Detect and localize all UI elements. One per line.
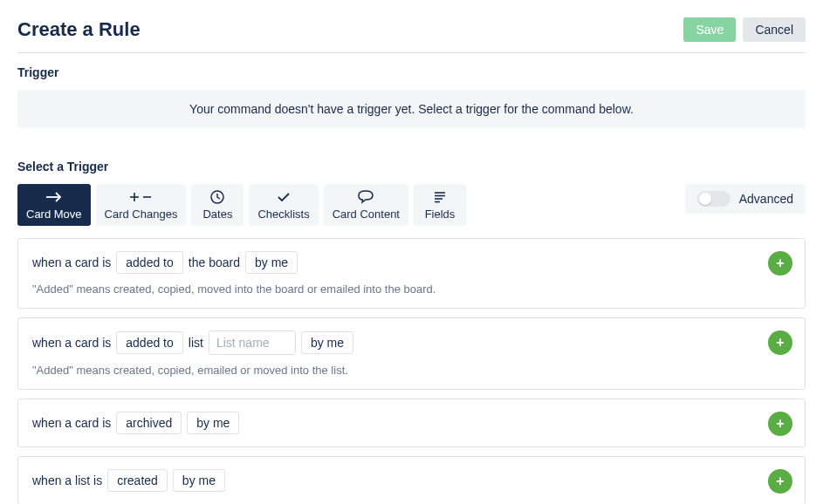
tab-card-content[interactable]: Card Content (324, 184, 408, 226)
trigger-option: when a card is archived by me + (17, 398, 806, 447)
save-button[interactable]: Save (683, 17, 736, 42)
trigger-tabs: Card Move Card Changes Dates Checklists … (17, 184, 466, 226)
plus-icon: + (776, 473, 784, 489)
trigger-hint: "Added" means created, copied, moved int… (32, 283, 791, 296)
speech-bubble-icon (358, 189, 374, 205)
chip-by-me[interactable]: by me (245, 251, 298, 274)
advanced-toggle-box: Advanced (685, 184, 806, 214)
trigger-text: when a card is (32, 336, 111, 350)
trigger-label: Trigger (17, 65, 806, 79)
check-icon (277, 189, 291, 205)
trigger-option: when a card is added to list by me "Adde… (17, 317, 806, 390)
chip-archived[interactable]: archived (116, 412, 182, 434)
chip-created[interactable]: created (107, 469, 168, 492)
chip-by-me[interactable]: by me (187, 412, 239, 434)
plus-minus-icon (128, 189, 153, 205)
tab-label: Card Changes (105, 208, 178, 221)
tab-label: Dates (202, 208, 232, 221)
trigger-hint: "Added" means created, copied, emailed o… (32, 364, 791, 377)
add-trigger-button[interactable]: + (768, 330, 792, 355)
add-trigger-button[interactable]: + (768, 251, 792, 276)
tab-card-changes[interactable]: Card Changes (96, 184, 187, 226)
tab-label: Checklists (257, 208, 309, 221)
add-trigger-button[interactable]: + (768, 412, 792, 436)
list-name-input[interactable] (209, 330, 296, 355)
trigger-text: list (189, 336, 203, 350)
plus-icon: + (776, 416, 784, 432)
tab-label: Fields (425, 208, 456, 221)
trigger-option: when a card is added to the board by me … (17, 238, 806, 309)
tab-dates[interactable]: Dates (191, 184, 243, 226)
tab-card-move[interactable]: Card Move (17, 184, 91, 226)
select-trigger-label: Select a Trigger (17, 160, 806, 174)
chip-added-to[interactable]: added to (116, 331, 183, 354)
trigger-text: when a list is (32, 473, 102, 487)
plus-icon: + (776, 335, 784, 351)
trigger-text: when a card is (32, 255, 111, 269)
advanced-label: Advanced (739, 192, 793, 206)
chip-by-me[interactable]: by me (173, 469, 225, 492)
tab-label: Card Content (333, 208, 400, 221)
advanced-toggle[interactable] (697, 191, 730, 207)
clock-icon (210, 189, 224, 205)
chip-added-to[interactable]: added to (116, 251, 183, 274)
page-title: Create a Rule (17, 18, 141, 41)
lines-icon (433, 189, 447, 205)
trigger-option: when a list is created by me + (17, 456, 806, 504)
toggle-knob (699, 193, 711, 205)
trigger-empty-message: Your command doesn't have a trigger yet.… (17, 90, 806, 128)
chip-by-me[interactable]: by me (301, 331, 353, 354)
plus-icon: + (776, 255, 784, 271)
cancel-button[interactable]: Cancel (743, 17, 806, 42)
trigger-text: the board (189, 255, 240, 269)
trigger-text: when a card is (32, 416, 111, 430)
tab-fields[interactable]: Fields (414, 184, 466, 226)
trigger-section: Trigger Your command doesn't have a trig… (17, 65, 806, 128)
add-trigger-button[interactable]: + (768, 469, 792, 494)
tab-checklists[interactable]: Checklists (249, 184, 318, 226)
arrow-right-icon (45, 189, 63, 205)
tab-label: Card Move (26, 208, 82, 221)
